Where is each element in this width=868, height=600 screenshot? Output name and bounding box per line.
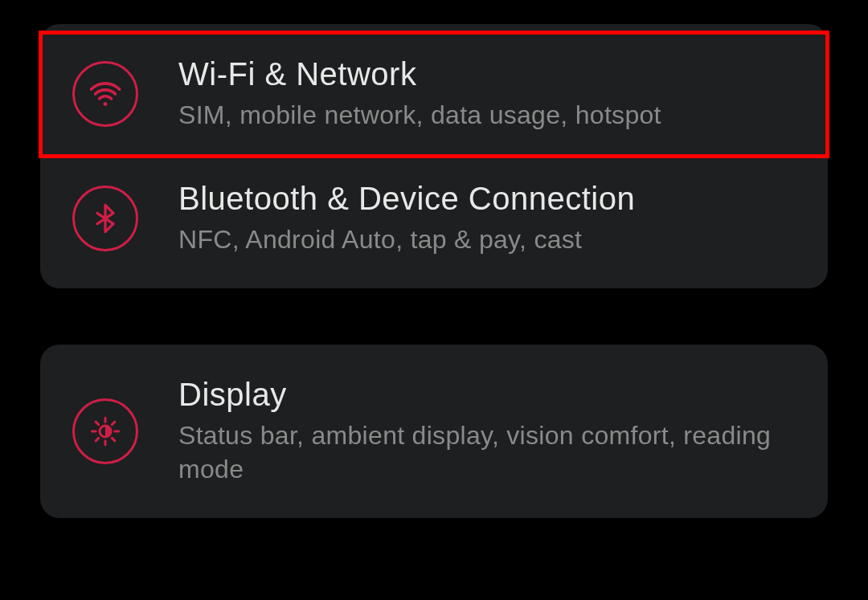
svg-line-7 (96, 439, 99, 442)
svg-line-6 (112, 439, 115, 442)
settings-item-subtitle: NFC, Android Auto, tap & pay, cast (178, 223, 796, 257)
settings-group-2: Display Status bar, ambient display, vis… (40, 345, 828, 518)
settings-item-display[interactable]: Display Status bar, ambient display, vis… (40, 353, 828, 510)
bluetooth-icon (72, 186, 138, 251)
settings-item-wifi-network[interactable]: Wi-Fi & Network SIM, mobile network, dat… (40, 32, 828, 157)
settings-item-subtitle: SIM, mobile network, data usage, hotspot (178, 99, 796, 133)
settings-item-title: Wi-Fi & Network (178, 56, 796, 92)
settings-item-bluetooth-device[interactable]: Bluetooth & Device Connection NFC, Andro… (40, 157, 828, 281)
svg-line-8 (112, 422, 115, 425)
settings-group-1: Wi-Fi & Network SIM, mobile network, dat… (40, 24, 828, 288)
settings-item-text: Display Status bar, ambient display, vis… (178, 377, 796, 486)
brightness-icon (72, 398, 138, 464)
svg-line-5 (96, 422, 99, 425)
settings-item-title: Display (178, 377, 796, 413)
wifi-icon (72, 61, 138, 127)
settings-item-subtitle: Status bar, ambient display, vision comf… (178, 419, 796, 486)
settings-item-title: Bluetooth & Device Connection (178, 181, 796, 217)
settings-item-text: Wi-Fi & Network SIM, mobile network, dat… (178, 56, 796, 133)
settings-item-text: Bluetooth & Device Connection NFC, Andro… (178, 181, 796, 257)
